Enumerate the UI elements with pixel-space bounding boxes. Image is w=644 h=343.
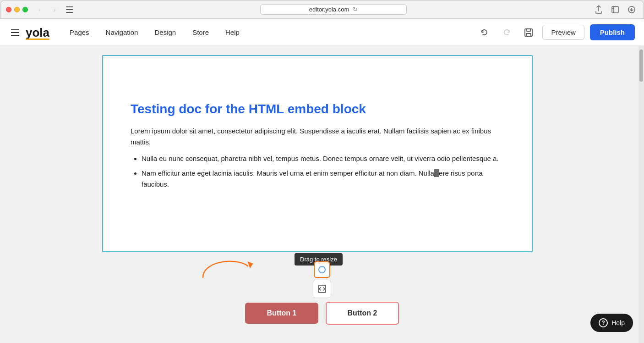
refresh-icon[interactable]: ↻: [353, 6, 358, 13]
app-wrapper: yola Pages Navigation Design Store Help: [0, 19, 644, 343]
tooltip-inline: [434, 169, 439, 177]
nav-help[interactable]: Help: [218, 26, 247, 39]
share-button[interactable]: [592, 5, 605, 15]
url-text: editor.yola.com: [309, 6, 349, 13]
doc-body-intro: Lorem ipsum dolor sit amet, consectetur …: [131, 126, 504, 148]
drag-handle[interactable]: [314, 261, 330, 278]
browser-titlebar: ‹ › editor.yola.com ↻: [0, 0, 644, 19]
header-actions: Preview Publish: [476, 24, 635, 41]
button-1[interactable]: Button 1: [245, 303, 318, 324]
logo-underline: [26, 39, 49, 40]
browser-actions: [592, 5, 638, 15]
hamburger-menu-button[interactable]: [9, 28, 21, 38]
button-2[interactable]: Button 2: [326, 302, 399, 325]
svg-rect-2: [66, 12, 73, 13]
browser-forward-button[interactable]: ›: [48, 5, 61, 15]
logo-label: yola: [26, 26, 49, 39]
undo-button[interactable]: [476, 24, 493, 41]
embed-tool-icon[interactable]: [313, 280, 331, 298]
minimize-traffic-light[interactable]: [14, 7, 20, 12]
doc-body: Lorem ipsum dolor sit amet, consectetur …: [131, 126, 504, 190]
address-bar[interactable]: editor.yola.com ↻: [260, 4, 407, 15]
svg-rect-3: [612, 6, 618, 13]
main-canvas-area: Testing doc for the HTML embed block Lor…: [0, 46, 644, 343]
canvas-wrapper: Testing doc for the HTML embed block Lor…: [102, 55, 542, 335]
save-button[interactable]: [520, 24, 537, 41]
doc-bullet-1: Nulla eu nunc consequat, pharetra nibh v…: [142, 153, 504, 164]
doc-bullet-2: Nam efficitur ante eget lacinia iaculis.…: [142, 168, 504, 190]
sidebar-toggle-button[interactable]: [65, 5, 75, 15]
app-header: yola Pages Navigation Design Store Help: [0, 19, 644, 46]
content-block[interactable]: Testing doc for the HTML embed block Lor…: [102, 55, 533, 252]
help-label: Help: [611, 319, 625, 326]
svg-rect-1: [66, 9, 73, 10]
yola-logo[interactable]: yola: [26, 27, 49, 39]
drag-arrow-icon: [175, 252, 267, 282]
drag-handle-icon: [318, 266, 326, 273]
close-traffic-light[interactable]: [6, 7, 11, 12]
browser-chrome: ‹ › editor.yola.com ↻: [0, 0, 644, 19]
redo-button[interactable]: [498, 24, 515, 41]
hamburger-line-2: [11, 32, 19, 33]
fullscreen-traffic-light[interactable]: [22, 7, 28, 12]
logo-text: yola: [26, 27, 49, 39]
nav-pages[interactable]: Pages: [62, 26, 97, 39]
nav-navigation[interactable]: Navigation: [98, 26, 146, 39]
header-nav: Pages Navigation Design Store Help: [62, 26, 476, 39]
browser-nav-buttons: ‹ ›: [33, 5, 61, 15]
scrollbar-thumb: [639, 50, 643, 82]
address-bar-container: editor.yola.com ↻: [78, 4, 589, 15]
resize-area[interactable]: Drag to resize: [102, 252, 542, 280]
publish-button[interactable]: Publish: [590, 24, 635, 40]
doc-title: Testing doc for the HTML embed block: [131, 102, 504, 116]
preview-button[interactable]: Preview: [542, 25, 584, 40]
hamburger-line-3: [11, 35, 19, 36]
browser-back-button[interactable]: ‹: [33, 5, 46, 15]
bottom-toolbar: [102, 280, 542, 298]
hamburger-line-1: [11, 29, 19, 30]
help-button[interactable]: ? Help: [590, 314, 633, 332]
svg-rect-0: [66, 6, 73, 7]
download-button[interactable]: [625, 5, 638, 15]
scrollbar[interactable]: [639, 46, 644, 343]
new-tab-button[interactable]: [609, 5, 622, 15]
nav-store[interactable]: Store: [185, 26, 216, 39]
nav-design[interactable]: Design: [147, 26, 183, 39]
traffic-lights: [6, 7, 28, 12]
help-icon: ?: [599, 318, 608, 327]
buttons-row: Button 1 Button 2: [102, 302, 542, 334]
